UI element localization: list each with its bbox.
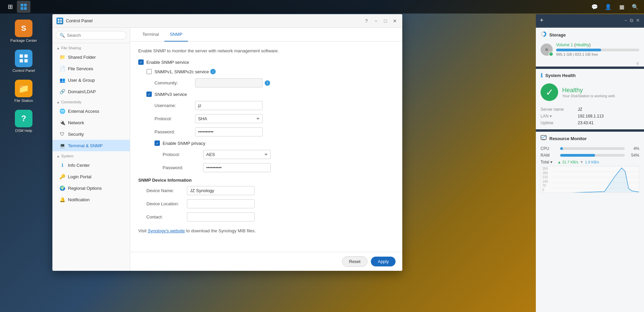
enable-snmp-checkbox-wrap[interactable]: ✓ Enable SNMP service <box>138 59 189 65</box>
footer-text-post: to download the Synology MIB files. <box>185 228 256 233</box>
sidebar-item-network[interactable]: 🔌 Network <box>52 117 130 128</box>
sidebar-item-info-center[interactable]: ℹ Info Center <box>52 159 130 171</box>
storage-title: Storage <box>549 32 566 37</box>
sidebar-item-external-access[interactable]: 🌐 External Access <box>52 105 130 117</box>
notification-icon: 🔔 <box>59 197 65 203</box>
system-health-title: System Health <box>545 73 576 78</box>
privacy-protocol-select[interactable]: AES DES <box>203 150 271 159</box>
enable-privacy-label: Enable SNMP privacy <box>163 141 205 146</box>
cp-search-area: 🔍 <box>52 28 130 43</box>
protocol-select[interactable]: SHA MD5 <box>195 114 263 123</box>
snmpv3-checkbox-wrap[interactable]: ✓ SNMPv3 service <box>146 92 187 97</box>
taskbar-control-panel-button[interactable] <box>17 1 30 13</box>
apply-button[interactable]: Apply <box>371 257 396 266</box>
sidebar-item-terminal-snmp[interactable]: 💻 Terminal & SNMP <box>52 140 130 151</box>
file-station-label: File Station <box>14 99 33 103</box>
file-sharing-section-header[interactable]: ▲ File Sharing <box>52 43 130 51</box>
storage-healthy-check: ✓ <box>549 52 553 56</box>
search-input[interactable] <box>67 33 123 38</box>
device-name-input[interactable] <box>187 186 255 195</box>
ram-bar-bg <box>560 154 625 157</box>
svg-rect-10 <box>58 21 59 23</box>
taskbar-user-icon[interactable]: 👤 <box>603 1 614 12</box>
snmpv3-checkbox[interactable]: ✓ <box>146 92 152 97</box>
community-label: Community: <box>154 80 195 85</box>
sidebar-item-shared-folder[interactable]: 📁 Shared Folder <box>52 51 130 63</box>
contact-label: Contact: <box>146 214 187 219</box>
snmpv1-checkbox-wrap[interactable]: SNMPv1, SNMPv2c service <box>146 69 209 74</box>
community-row: Community: i <box>154 78 394 87</box>
dsm-help-label: DSM Help <box>15 129 32 133</box>
ram-label: RAM <box>541 153 557 158</box>
security-label: Security <box>68 132 84 137</box>
taskbar-chat-icon[interactable]: 💬 <box>589 1 600 12</box>
tab-terminal[interactable]: Terminal <box>137 28 164 42</box>
window-help-button[interactable]: ? <box>363 18 370 24</box>
password-input[interactable] <box>195 127 263 136</box>
rp-minimize-btn[interactable]: − <box>624 18 627 23</box>
health-body: ✓ Healthy Your DiskStation is working we… <box>536 81 644 105</box>
storage-expand-btn[interactable]: ∨ <box>536 60 644 67</box>
device-location-row: Device Location: <box>146 199 394 208</box>
regional-options-icon: 🌍 <box>59 185 65 191</box>
domain-ldap-icon: 🔗 <box>59 88 65 95</box>
app-icon-dsm-help[interactable]: ? DSM Help <box>5 107 42 135</box>
taskbar-windows-icon[interactable]: ▦ <box>616 1 627 12</box>
rp-close-btn[interactable]: ✕ <box>636 18 640 23</box>
svg-rect-7 <box>24 59 28 62</box>
sidebar-item-domain-ldap[interactable]: 🔗 Domain/LDAP <box>52 86 130 97</box>
regional-options-label: Regional Options <box>68 186 102 191</box>
app-icon-file-station[interactable]: 📁 File Station <box>5 77 42 105</box>
uptime-label: Uptime <box>541 121 578 125</box>
privacy-protocol-row: Protocol: AES DES <box>163 150 394 159</box>
taskbar-search-icon[interactable]: 🔍 <box>630 1 641 12</box>
snmpv1-info-icon[interactable]: i <box>210 69 216 74</box>
connectivity-arrow: ▲ <box>56 100 60 104</box>
community-info-icon[interactable]: i <box>265 80 270 86</box>
privacy-password-input[interactable] <box>203 163 271 172</box>
enable-privacy-row: ✓ Enable SNMP privacy <box>154 140 394 146</box>
window-maximize-button[interactable]: □ <box>382 18 389 24</box>
footer-text-pre: Visit <box>138 228 148 233</box>
reset-button[interactable]: Reset <box>342 256 368 267</box>
cp-tabs: Terminal SNMP <box>130 28 402 42</box>
control-panel-window: Control Panel ? − □ ✕ 🔍 ▲ File Sharing <box>52 14 402 271</box>
sidebar-item-file-services[interactable]: 📄 File Services <box>52 63 130 74</box>
enable-privacy-checkbox[interactable]: ✓ <box>154 140 160 146</box>
system-section-header[interactable]: ▲ System <box>52 151 130 159</box>
synology-website-link[interactable]: Synology's website <box>148 228 185 233</box>
package-center-icon: S <box>15 20 32 37</box>
enable-snmp-checkbox[interactable]: ✓ <box>138 59 144 65</box>
username-input[interactable] <box>195 101 263 110</box>
connectivity-section-header[interactable]: ▲ Connectivity <box>52 97 130 105</box>
footer-text: Visit Synology's website to download the… <box>138 228 394 233</box>
storage-vol-name: Volume 1 (Healthy) <box>556 43 639 47</box>
window-close-button[interactable]: ✕ <box>391 18 398 24</box>
sidebar-item-user-group[interactable]: 👥 User & Group <box>52 74 130 86</box>
enable-snmp-label: Enable SNMP service <box>146 60 189 65</box>
dsm-help-icon: ? <box>15 110 32 127</box>
search-icon: 🔍 <box>59 33 65 38</box>
tab-snmp[interactable]: SNMP <box>164 28 188 42</box>
rp-restore-btn[interactable]: ⧉ <box>630 18 633 23</box>
app-icon-package-center[interactable]: S Package Center <box>5 17 42 45</box>
sidebar-item-regional-options[interactable]: 🌍 Regional Options <box>52 182 130 194</box>
taskbar-grid-button[interactable]: ⊞ <box>3 1 17 13</box>
snmpv1-checkbox[interactable] <box>146 69 152 74</box>
sidebar-item-login-portal[interactable]: 🔑 Login Portal <box>52 171 130 182</box>
enable-privacy-checkbox-wrap[interactable]: ✓ Enable SNMP privacy <box>154 140 205 146</box>
sidebar-item-notification[interactable]: 🔔 Notification <box>52 194 130 205</box>
resource-monitor-icon <box>541 135 547 142</box>
contact-input[interactable] <box>187 212 255 222</box>
taskbar-top: ⊞ 💬 👤 ▦ 🔍 <box>0 0 644 14</box>
community-input[interactable] <box>195 78 263 87</box>
app-icon-control-panel[interactable]: Control Panel <box>5 47 42 75</box>
sidebar-item-security[interactable]: 🛡 Security <box>52 128 130 140</box>
resource-monitor-title: Resource Monitor <box>549 136 587 141</box>
device-location-input[interactable] <box>187 199 255 208</box>
resource-monitor-widget: Resource Monitor CPU 4% RAM 54% Tota <box>536 132 644 312</box>
window-body: 🔍 ▲ File Sharing 📁 Shared Folder 📄 File … <box>52 28 402 271</box>
window-minimize-button[interactable]: − <box>373 18 379 24</box>
login-portal-icon: 🔑 <box>59 174 65 180</box>
rp-add-icon[interactable]: + <box>540 17 544 24</box>
